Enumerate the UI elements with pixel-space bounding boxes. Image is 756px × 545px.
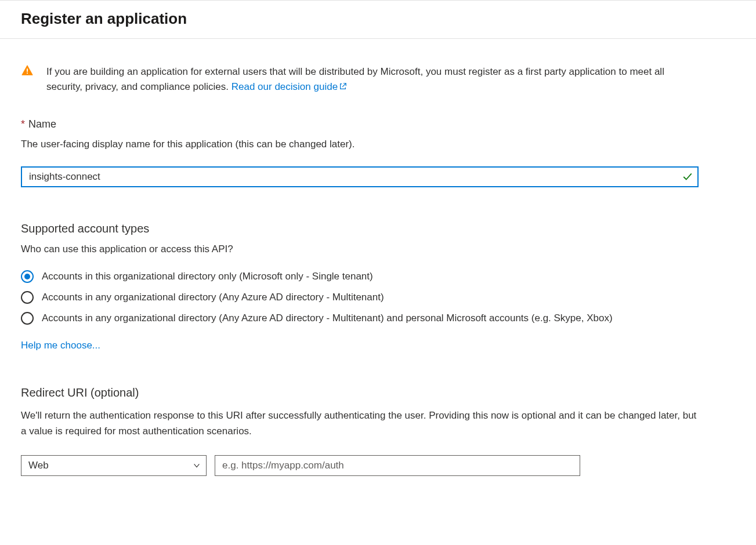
- page-title: Register an application: [21, 10, 735, 28]
- external-link-icon: [339, 80, 347, 95]
- radio-multitenant-personal[interactable]: Accounts in any organizational directory…: [21, 312, 699, 325]
- page-header: Register an application: [0, 0, 756, 39]
- redirect-uri-input[interactable]: [215, 455, 580, 476]
- redirect-uri-title: Redirect URI (optional): [21, 386, 699, 399]
- warning-banner: If you are building an application for e…: [21, 64, 699, 95]
- redirect-uri-help: We'll return the authentication response…: [21, 408, 699, 439]
- svg-rect-0: [27, 68, 28, 72]
- svg-rect-1: [27, 72, 28, 74]
- account-types-help: Who can use this application or access t…: [21, 244, 699, 255]
- name-field-help: The user-facing display name for this ap…: [21, 139, 699, 150]
- redirect-row: Web: [21, 455, 699, 476]
- required-indicator: *: [21, 118, 25, 130]
- warning-text: If you are building an application for e…: [46, 64, 699, 95]
- name-input-wrap: [21, 166, 699, 187]
- help-me-choose-link[interactable]: Help me choose...: [21, 340, 100, 351]
- radio-multitenant[interactable]: Accounts in any organizational directory…: [21, 291, 699, 304]
- decision-guide-link[interactable]: Read our decision guide: [231, 81, 347, 92]
- radio-icon: [21, 312, 34, 325]
- account-types-radio-group: Accounts in this organizational director…: [21, 270, 699, 325]
- platform-select-value: Web: [28, 460, 49, 471]
- warning-text-content: If you are building an application for e…: [46, 66, 664, 92]
- radio-icon: [21, 270, 34, 283]
- radio-single-tenant[interactable]: Accounts in this organizational director…: [21, 270, 699, 283]
- radio-label: Accounts in this organizational director…: [42, 271, 373, 282]
- redirect-uri-section: Redirect URI (optional) We'll return the…: [21, 386, 699, 476]
- radio-label: Accounts in any organizational directory…: [42, 313, 613, 324]
- warning-icon: [21, 64, 34, 77]
- platform-select[interactable]: Web: [21, 455, 207, 476]
- radio-icon: [21, 291, 34, 304]
- radio-label: Accounts in any organizational directory…: [42, 292, 384, 303]
- name-field-label: *Name: [21, 118, 699, 130]
- form-content: If you are building an application for e…: [0, 39, 719, 490]
- name-input[interactable]: [21, 166, 699, 187]
- account-types-title: Supported account types: [21, 222, 699, 235]
